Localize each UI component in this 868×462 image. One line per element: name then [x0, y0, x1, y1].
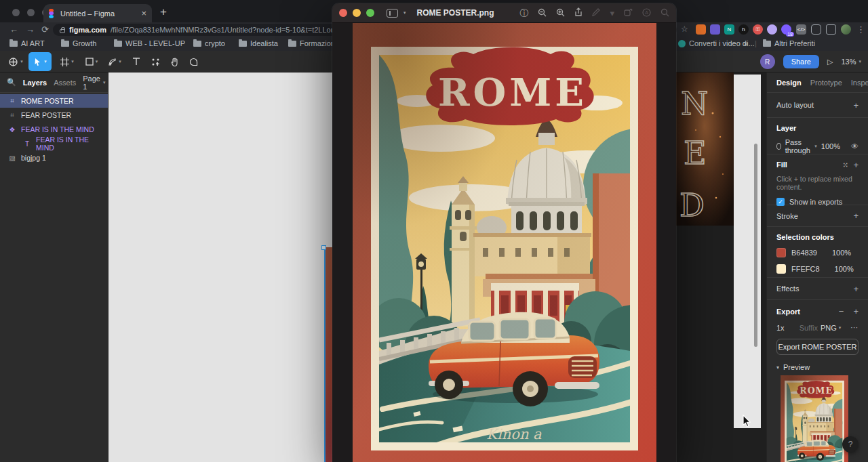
ql-zoom-button[interactable] — [366, 9, 374, 17]
window-minimize-button[interactable] — [27, 9, 35, 16]
layer-row-fear-poster[interactable]: ⌗ FEAR POSTER — [0, 108, 108, 122]
export-button[interactable]: Export ROME POSTER — [776, 339, 859, 355]
layer-row-rome-poster[interactable]: ⌗ ROME POSTER — [0, 94, 108, 108]
search-icon[interactable]: 🔍 — [7, 78, 16, 87]
export-suffix-placeholder[interactable]: Suffix — [800, 324, 818, 332]
share-icon[interactable] — [574, 7, 583, 18]
bookmarks-overflow-icon[interactable]: » — [744, 39, 748, 47]
remove-export-icon[interactable]: − — [839, 306, 844, 316]
quicklook-titlebar[interactable]: ▾ ROME POSTER.png ⓘ ▾ A — [332, 3, 676, 23]
layer-row-image[interactable]: ▨ bigjpg 1 — [0, 151, 108, 165]
extension-dark-icon[interactable]: h — [738, 24, 749, 35]
color-swatch[interactable] — [776, 264, 786, 274]
chevron-down-icon[interactable]: ▾ — [610, 9, 614, 18]
zoom-out-icon[interactable] — [538, 8, 547, 18]
markup-pen-icon[interactable] — [592, 8, 600, 18]
info-icon[interactable]: ⓘ — [519, 9, 528, 18]
extension-code-icon[interactable]: </> — [796, 24, 806, 35]
blend-mode-icon[interactable] — [776, 143, 781, 150]
help-button[interactable]: ? — [842, 436, 859, 453]
export-more-icon[interactable]: ⋯ — [850, 323, 859, 332]
rotate-icon[interactable] — [624, 8, 633, 18]
bookmark-folder[interactable]: crypto — [193, 39, 225, 47]
visibility-eye-icon[interactable]: 👁 — [851, 142, 859, 150]
bookmark-folder[interactable]: WEB - LEVEL-UP — [114, 39, 185, 47]
chevron-down-icon[interactable]: ▾ — [403, 10, 406, 16]
fill-hint: Click + to replace mixed content. — [776, 175, 859, 191]
reading-box-icon[interactable] — [826, 24, 836, 35]
page-selector[interactable]: Page 1▾ — [83, 75, 105, 91]
profile-avatar[interactable] — [841, 24, 851, 35]
add-fill-icon[interactable]: + — [853, 160, 859, 170]
chevron-down-icon[interactable]: ▾ — [814, 144, 817, 149]
export-scale[interactable]: 1x — [776, 324, 785, 332]
layer-opacity[interactable]: 100% — [821, 142, 840, 150]
rome-poster-canvas-edge[interactable] — [324, 247, 332, 462]
add-export-icon[interactable]: + — [853, 306, 859, 316]
extension-lavender-icon[interactable] — [767, 24, 777, 35]
annotate-icon[interactable]: A — [642, 8, 651, 18]
comment-tool-button[interactable] — [184, 52, 202, 71]
pen-tool-button[interactable]: ▾ — [103, 52, 126, 71]
new-tab-button[interactable]: + — [160, 5, 167, 19]
extension-metamask-icon[interactable] — [696, 24, 706, 35]
share-button[interactable]: Share — [783, 55, 819, 68]
hand-tool-button[interactable] — [165, 52, 183, 71]
zoom-in-icon[interactable] — [556, 8, 565, 18]
tab-design[interactable]: Design — [776, 79, 802, 87]
add-auto-layout-icon[interactable]: + — [853, 100, 859, 110]
bookmark-folder[interactable]: Growth — [61, 39, 96, 47]
bookmark-star-icon[interactable]: ☆ — [681, 24, 688, 34]
bookmark-folder[interactable]: Formazione — [288, 39, 339, 47]
back-icon[interactable]: ← — [9, 24, 18, 35]
text-tool-button[interactable] — [127, 52, 145, 71]
fear-poster-canvas[interactable]: N E D — [675, 72, 734, 226]
canvas-scrollbar[interactable] — [754, 144, 757, 347]
fill-styles-icon[interactable]: ⁙ — [843, 161, 849, 169]
folder-icon — [763, 41, 771, 47]
tab-close-icon[interactable]: × — [141, 8, 146, 18]
search-icon[interactable] — [660, 8, 669, 18]
resources-tool-button[interactable] — [146, 52, 164, 71]
tab-prototype[interactable]: Prototype — [810, 79, 842, 87]
preview-disclosure-icon[interactable]: ▾ — [776, 364, 779, 371]
color-swatch[interactable] — [776, 248, 786, 257]
forward-icon[interactable]: → — [26, 24, 35, 35]
divider: | — [755, 39, 757, 47]
layer-row-component[interactable]: ❖ FEAR IS IN THE MIND — [0, 123, 108, 136]
bookmark-folder[interactable]: Idealista — [239, 39, 278, 47]
selection-color-row[interactable]: B64839 100% — [776, 248, 859, 257]
layer-row-text[interactable]: T FEAR IS IN THE MIND — [0, 137, 108, 150]
user-avatar[interactable]: R — [760, 54, 775, 69]
move-tool-button[interactable]: ▾ — [28, 52, 52, 71]
main-menu-button[interactable]: ▾ — [4, 52, 27, 71]
add-stroke-icon[interactable]: + — [853, 211, 859, 221]
extension-badge-icon[interactable]: 18 — [781, 24, 791, 35]
other-bookmarks[interactable]: Altri Preferiti — [763, 39, 815, 47]
ql-sidebar-toggle-icon[interactable] — [387, 9, 398, 18]
selection-handle[interactable] — [321, 245, 326, 250]
zoom-level-control[interactable]: 13%▾ — [841, 58, 861, 66]
extension-teal-icon[interactable]: N — [724, 24, 734, 35]
frame-tool-button[interactable]: ▾ — [56, 52, 79, 71]
extensions-puzzle-icon[interactable] — [811, 24, 821, 35]
present-icon[interactable]: ▷ — [827, 58, 833, 66]
chrome-menu-icon[interactable]: ⋮ — [856, 24, 865, 35]
add-effect-icon[interactable]: + — [853, 284, 859, 294]
tab-assets[interactable]: Assets — [54, 79, 76, 87]
tab-inspect[interactable]: Inspect — [851, 79, 868, 87]
tab-layers[interactable]: Layers — [23, 79, 47, 87]
window-close-button[interactable] — [12, 9, 20, 16]
blend-mode-value[interactable]: Pass through — [785, 138, 811, 154]
ql-close-button[interactable] — [339, 9, 347, 17]
shape-tool-button[interactable]: ▾ — [80, 52, 103, 71]
reload-icon[interactable]: ⟳ — [41, 24, 49, 35]
bookmark-folder[interactable]: AI ART — [9, 39, 45, 47]
ql-minimize-button[interactable] — [353, 9, 361, 17]
browser-tab[interactable]: Untitled – Figma × — [43, 4, 152, 22]
export-format-select[interactable]: PNG▾ — [821, 324, 841, 332]
bookmark-converti[interactable]: Converti i video di... — [678, 39, 755, 47]
extension-purple-icon[interactable] — [710, 24, 720, 35]
extension-key-icon[interactable]: ⚿ — [753, 24, 763, 35]
selection-color-row[interactable]: FFEFC8 100% — [776, 264, 859, 274]
